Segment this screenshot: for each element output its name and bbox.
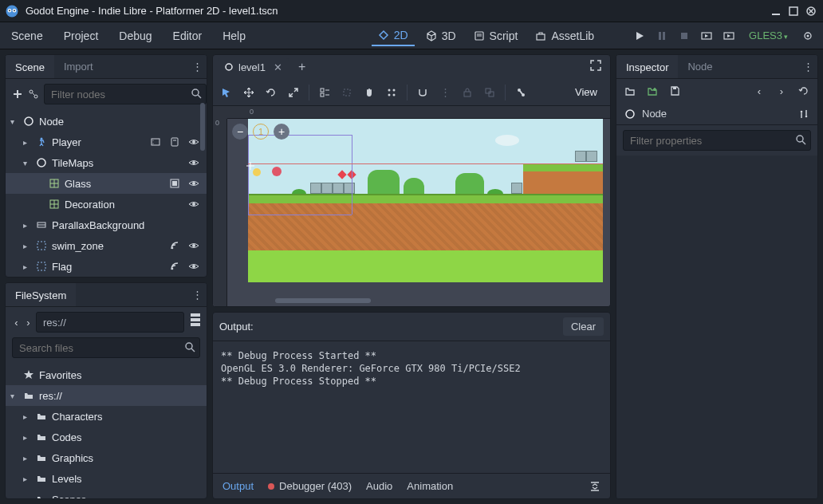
scene-tab-level1[interactable]: level1 ✕ <box>218 58 289 77</box>
move-tool[interactable] <box>242 85 256 100</box>
tab-import[interactable]: Import <box>54 56 103 77</box>
history-forward-button[interactable]: › <box>774 84 789 98</box>
tab-script[interactable]: Script <box>467 26 525 45</box>
close-button[interactable] <box>804 4 818 18</box>
tree-node[interactable]: Decoration <box>6 194 207 215</box>
history-button[interactable] <box>797 84 811 98</box>
fs-item[interactable]: ▸Characters <box>6 406 207 427</box>
tab-filesystem[interactable]: FileSystem <box>6 283 76 306</box>
fs-item[interactable]: Favorites <box>6 364 207 385</box>
fs-item[interactable]: ▸Codes <box>6 427 207 447</box>
tree-node[interactable]: ▸ParallaxBackground <box>6 215 207 235</box>
distraction-free-button[interactable] <box>589 59 605 75</box>
minimize-button[interactable] <box>769 4 783 18</box>
instance-scene-button[interactable] <box>28 86 39 102</box>
nav-forward-button[interactable]: › <box>24 314 33 330</box>
tab-inspector[interactable]: Inspector <box>616 55 678 78</box>
tree-node[interactable]: ▸Player <box>6 132 207 152</box>
group-selected[interactable] <box>482 85 497 100</box>
clear-output-button[interactable]: Clear <box>563 317 604 336</box>
bottom-tab-animation[interactable]: Animation <box>407 480 453 492</box>
view-menu[interactable]: View <box>575 86 604 98</box>
pause-button[interactable] <box>655 29 669 43</box>
tree-node[interactable]: ▸Flag <box>6 256 207 277</box>
fs-item[interactable]: ▸Scenes <box>6 489 207 498</box>
expand-arrow-icon[interactable]: ▾ <box>10 392 20 400</box>
eye-button[interactable] <box>187 177 200 190</box>
menu-help[interactable]: Help <box>219 26 249 45</box>
scene-tree[interactable]: ▾Node▸Player▾TileMapsGlassDecoration▸Par… <box>6 109 207 277</box>
skeleton-options[interactable] <box>514 85 528 100</box>
menu-scene[interactable]: Scene <box>8 26 46 45</box>
eye-button[interactable] <box>187 136 200 148</box>
nav-back-button[interactable]: ‹ <box>12 314 21 330</box>
tab-assetlib[interactable]: AssetLib <box>529 26 601 45</box>
list-select-tool[interactable] <box>317 85 332 100</box>
open-resource-button[interactable] <box>623 84 637 98</box>
scrollbar[interactable] <box>200 103 205 151</box>
eye-button[interactable] <box>187 260 200 273</box>
maximize-button[interactable] <box>786 4 801 18</box>
viewport-2d[interactable]: 0 0 − 1 + <box>213 106 610 306</box>
expand-arrow-icon[interactable]: ▸ <box>23 262 33 271</box>
rotate-tool[interactable] <box>264 85 278 100</box>
fs-item[interactable]: ▸Graphics <box>6 447 207 468</box>
add-tab-button[interactable]: + <box>293 60 310 74</box>
zoom-out-button[interactable]: − <box>232 124 248 140</box>
expand-arrow-icon[interactable]: ▸ <box>23 454 33 463</box>
eye-button[interactable] <box>187 198 200 211</box>
renderer-select[interactable]: GLES3▾ <box>749 30 788 41</box>
lock-selected[interactable] <box>460 85 475 100</box>
object-options-button[interactable] <box>798 108 809 120</box>
tree-node[interactable]: ▾TileMaps <box>6 152 207 173</box>
viewport-hscrollbar[interactable] <box>275 298 371 303</box>
zoom-in-button[interactable]: + <box>274 124 289 140</box>
expand-arrow-icon[interactable]: ▸ <box>23 242 33 250</box>
filter-properties-input[interactable] <box>623 130 811 151</box>
close-tab-button[interactable]: ✕ <box>270 61 282 73</box>
new-resource-button[interactable] <box>645 84 660 98</box>
scale-tool[interactable] <box>286 85 301 100</box>
view-toggle-button[interactable] <box>191 313 200 331</box>
tree-node[interactable]: ▸swim_zone <box>6 235 207 256</box>
zoom-level[interactable]: 1 <box>253 124 269 140</box>
stop-button[interactable] <box>677 29 691 43</box>
expand-arrow-icon[interactable]: ▸ <box>23 138 33 147</box>
eye-button[interactable] <box>187 156 200 169</box>
eye-button[interactable] <box>187 239 200 252</box>
path-input[interactable] <box>36 312 184 333</box>
signal-button[interactable] <box>168 239 181 252</box>
tab-scene[interactable]: Scene <box>6 55 54 78</box>
expand-arrow-icon[interactable]: ▸ <box>23 221 33 230</box>
tab-2d[interactable]: 2D <box>372 26 415 46</box>
play-scene-button[interactable] <box>699 29 714 43</box>
ruler-tool[interactable] <box>384 85 399 100</box>
snap-options[interactable]: ⋮ <box>438 85 452 100</box>
filesystem-tree[interactable]: Favorites▾res://▸Characters▸Codes▸Graphi… <box>6 363 207 498</box>
focus-button[interactable] <box>168 177 181 190</box>
panel-options-icon[interactable]: ⋮ <box>187 61 207 73</box>
fs-item[interactable]: ▾res:// <box>6 385 207 406</box>
output-log[interactable]: ** Debug Process Started ** OpenGL ES 3.… <box>213 341 610 473</box>
scene-button[interactable] <box>149 136 162 148</box>
signal-button[interactable] <box>168 260 181 273</box>
lock-tool[interactable] <box>340 85 354 100</box>
expand-bottom-panel-button[interactable] <box>589 481 601 492</box>
tab-node[interactable]: Node <box>678 56 722 77</box>
expand-arrow-icon[interactable]: ▸ <box>23 412 33 421</box>
expand-arrow-icon[interactable]: ▸ <box>23 433 33 442</box>
expand-arrow-icon[interactable]: ▸ <box>23 495 33 499</box>
script-button[interactable] <box>168 136 181 148</box>
history-back-button[interactable]: ‹ <box>752 84 766 98</box>
pan-tool[interactable] <box>362 85 376 100</box>
expand-arrow-icon[interactable]: ▸ <box>23 474 33 483</box>
select-tool[interactable] <box>219 85 234 100</box>
bottom-tab-debugger[interactable]: Debugger (403) <box>268 480 352 492</box>
filter-nodes-input[interactable] <box>44 84 207 104</box>
panel-options-icon[interactable]: ⋮ <box>798 61 817 73</box>
tree-node[interactable]: Glass <box>6 173 207 194</box>
snap-toggle[interactable] <box>415 85 430 100</box>
menu-project[interactable]: Project <box>61 26 102 45</box>
settings-icon[interactable] <box>801 29 815 43</box>
fs-item[interactable]: ▸Levels <box>6 468 207 489</box>
